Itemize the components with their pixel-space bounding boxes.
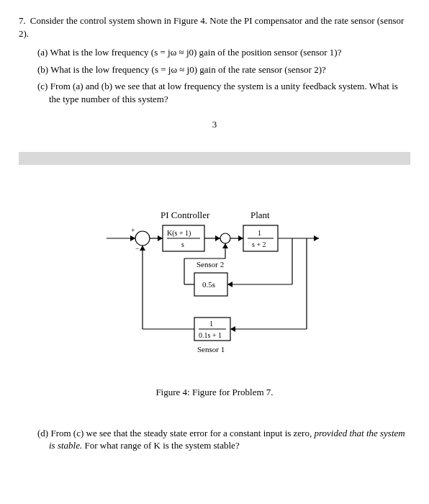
plus-sign: + — [131, 226, 135, 234]
part-d-lead: (d) From (c) we see that the steady stat… — [37, 428, 314, 438]
svg-point-6 — [220, 233, 230, 243]
problem-intro-text: Consider the control system shown in Fig… — [19, 15, 404, 39]
page-number: 3 — [19, 119, 410, 130]
sensor2-label: Sensor 2 — [197, 260, 224, 269]
plant-label: Plant — [250, 210, 270, 220]
part-c: (c) From (a) and (b) we see that at low … — [37, 80, 410, 105]
minus-sign: − — [135, 245, 140, 253]
sensor1-numerator: 1 — [209, 320, 213, 328]
part-b: (b) What is the low frequency (s = jω ≈ … — [37, 63, 410, 76]
sensor2-gain: 0.5s — [202, 280, 215, 289]
sensor1-denominator: 0.1s + 1 — [199, 331, 222, 339]
sensor1-label: Sensor 1 — [197, 345, 225, 354]
separator-bar — [19, 152, 410, 165]
part-d: (d) From (c) we see that the steady stat… — [37, 427, 410, 452]
block-diagram: PI Controller Plant + − K(s + 1) s 1 s +… — [19, 208, 410, 374]
problem-number: 7. — [19, 14, 26, 27]
pi-denominator: s — [181, 240, 184, 248]
figure-caption: Figure 4: Figure for Problem 7. — [19, 387, 410, 398]
part-d-tail: For what range of K is the system stable… — [82, 440, 239, 451]
part-a: (a) What is the low frequency (s = jω ≈ … — [37, 46, 410, 59]
plant-denominator: s + 2 — [252, 240, 266, 248]
plant-numerator: 1 — [258, 229, 261, 237]
sub-parts-list: (a) What is the low frequency (s = jω ≈ … — [37, 46, 410, 105]
pi-numerator: K(s + 1) — [167, 229, 191, 238]
pi-controller-label: PI Controller — [161, 210, 210, 220]
svg-point-1 — [135, 231, 150, 246]
